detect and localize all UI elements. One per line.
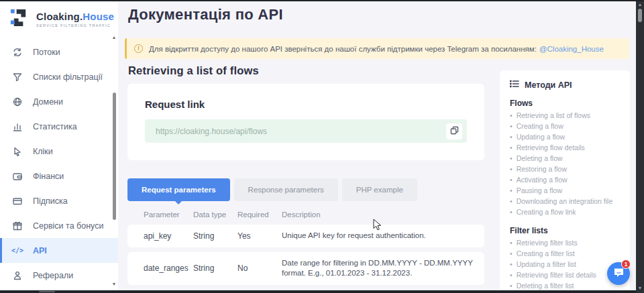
- api-code-icon: </>: [12, 245, 23, 256]
- methods-section-filter-lists: Filter lists: [510, 226, 623, 235]
- domains-globe-icon: [12, 97, 23, 107]
- cell-parameter: api_key: [144, 231, 193, 241]
- col-required: Required: [237, 211, 282, 219]
- clicks-cursor-icon: [12, 146, 23, 157]
- sidebar-item-filter-lists[interactable]: Списки фільтрації: [0, 64, 118, 89]
- table-header-row: Parameter Data type Required Description: [127, 206, 484, 225]
- api-access-banner: ! Для відкриття доступу до нашого API зв…: [125, 38, 629, 59]
- table-row: api_key String Yes Unique API key for re…: [127, 225, 484, 247]
- sidebar-scrollbar-thumb[interactable]: [113, 93, 116, 220]
- sidebar-item-label: Кліки: [33, 147, 53, 156]
- request-url: https://cloaking.house/api/flows: [156, 127, 446, 136]
- services-gift-icon: [12, 221, 23, 231]
- sidebar-item-label: Статистика: [33, 122, 77, 131]
- sidebar-item-statistics[interactable]: Статистика: [0, 114, 118, 139]
- col-parameter: Parameter: [144, 211, 193, 219]
- api-methods-title: Методи API: [525, 80, 572, 90]
- sidebar-item-api[interactable]: </> API: [0, 238, 118, 263]
- scroll-up-icon[interactable]: ▲: [636, 1, 644, 8]
- main-scrollbar[interactable]: ▲ ▼: [636, 0, 644, 293]
- sidebar-item-referrals[interactable]: Реферали: [0, 263, 118, 288]
- sidebar-item-label: Підписка: [33, 196, 68, 206]
- cell-required: Yes: [237, 231, 282, 241]
- method-link[interactable]: •Updating a flow: [510, 131, 623, 142]
- method-link[interactable]: •Retrieving a list of flows: [510, 110, 623, 121]
- parameter-tabs: Request parameters Response parameters P…: [127, 178, 417, 201]
- method-link[interactable]: •Creating a flow: [510, 121, 623, 131]
- col-description: Description: [282, 211, 478, 219]
- logo[interactable]: Cloaking.House SERVICE FILTERING TRAFFIC: [0, 0, 118, 36]
- tab-response-parameters[interactable]: Response parameters: [234, 178, 338, 201]
- sidebar-scrollbar[interactable]: ▲ ▼: [111, 34, 117, 286]
- method-link[interactable]: •Deleting a filter list: [510, 280, 623, 291]
- sidebar-item-label: Потоки: [33, 48, 60, 57]
- cell-description: Unique API key for request authenticatio…: [282, 231, 478, 241]
- logo-icon: [9, 7, 31, 31]
- api-methods-header: Методи API: [510, 80, 623, 90]
- method-link[interactable]: •Retrieving filter list details: [510, 270, 623, 280]
- scroll-down-icon[interactable]: ▼: [636, 285, 644, 292]
- sidebar-item-domains[interactable]: Домени: [0, 89, 118, 114]
- request-link-title: Request link: [145, 99, 205, 110]
- sidebar-nav: Потоки Списки фільтрації Домени Статисти…: [0, 40, 118, 288]
- method-link[interactable]: •Retrieving flow details: [510, 142, 623, 153]
- banner-text: Для відкриття доступу до нашого API звер…: [149, 45, 604, 53]
- tab-request-parameters[interactable]: Request parameters: [127, 178, 230, 201]
- sidebar-item-label: Домени: [33, 97, 63, 107]
- tab-php-example[interactable]: PHP example: [342, 178, 417, 201]
- window-bottom-edge: [0, 290, 636, 293]
- app-window: Cloaking.House SERVICE FILTERING TRAFFIC…: [0, 0, 644, 293]
- sidebar-item-clicks[interactable]: Кліки: [0, 139, 118, 164]
- sidebar-item-subscription[interactable]: Підписка: [0, 188, 118, 213]
- table-row: date_ranges String No Date range for fil…: [127, 252, 484, 285]
- chat-notification-badge: 1: [621, 259, 631, 269]
- method-link[interactable]: •Creating a filter list: [510, 248, 623, 259]
- sidebar: Cloaking.House SERVICE FILTERING TRAFFIC…: [0, 0, 118, 290]
- sidebar-item-services-bonuses[interactable]: Сервіси та бонуси: [0, 213, 118, 238]
- copy-url-button[interactable]: [446, 123, 462, 139]
- sidebar-item-label: API: [33, 246, 47, 255]
- request-url-field[interactable]: https://cloaking.house/api/flows: [145, 119, 467, 143]
- window-top-edge: [0, 0, 644, 1]
- statistics-bars-icon: [12, 121, 23, 132]
- sidebar-item-finances[interactable]: Фінанси: [0, 164, 118, 188]
- col-data-type: Data type: [193, 211, 237, 219]
- cell-data-type: String: [193, 231, 237, 241]
- chat-bubble-icon: [613, 267, 625, 280]
- page-title: Документація по API: [128, 6, 283, 23]
- filter-funnel-icon: [12, 72, 23, 82]
- api-methods-panel: Методи API Flows •Retrieving a list of f…: [500, 70, 630, 293]
- referrals-person-icon: [12, 270, 23, 281]
- method-link[interactable]: •Updating a filter list: [510, 259, 623, 270]
- subscription-card-icon: [12, 196, 23, 207]
- parameters-table: Parameter Data type Required Description…: [127, 206, 484, 290]
- list-icon: [510, 80, 519, 90]
- brand-name: Cloaking.House: [36, 11, 114, 22]
- section-title: Retrieving a list of flows: [128, 64, 259, 77]
- brand-tagline: SERVICE FILTERING TRAFFIC: [36, 23, 114, 27]
- scroll-down-icon[interactable]: ▼: [111, 282, 117, 286]
- method-link[interactable]: •Activating a flow: [510, 174, 623, 185]
- method-link[interactable]: •Creating a flow link: [510, 207, 623, 217]
- sidebar-item-flows[interactable]: Потоки: [0, 40, 118, 64]
- finances-wallet-icon: [12, 171, 23, 182]
- main-content: Документація по API ! Для відкриття дост…: [118, 0, 636, 290]
- sidebar-item-label: Списки фільтрації: [33, 72, 103, 82]
- method-link[interactable]: •Restoring a flow: [510, 164, 623, 174]
- cell-description: Date range for filtering in DD.MM.YYYY -…: [282, 258, 478, 279]
- main-scrollbar-thumb[interactable]: [638, 9, 642, 22]
- horizontal-scrollbar-thumb[interactable]: [39, 291, 55, 292]
- copy-icon: [450, 125, 459, 137]
- telegram-link[interactable]: @Cloaking_House: [539, 45, 604, 53]
- method-link[interactable]: •Pausing a flow: [510, 185, 623, 196]
- sidebar-item-label: Фінанси: [33, 172, 64, 181]
- scroll-up-icon[interactable]: ▲: [111, 35, 117, 40]
- method-link[interactable]: •Retrieving filter lists: [510, 237, 623, 248]
- flows-sync-icon: [12, 47, 23, 58]
- method-link[interactable]: •Downloading an integration file: [510, 196, 623, 207]
- info-icon: !: [134, 44, 143, 53]
- cell-parameter: date_ranges: [144, 263, 193, 273]
- cell-data-type: String: [193, 263, 237, 273]
- methods-section-flows: Flows: [510, 99, 623, 108]
- method-link[interactable]: •Deleting a flow: [510, 153, 623, 164]
